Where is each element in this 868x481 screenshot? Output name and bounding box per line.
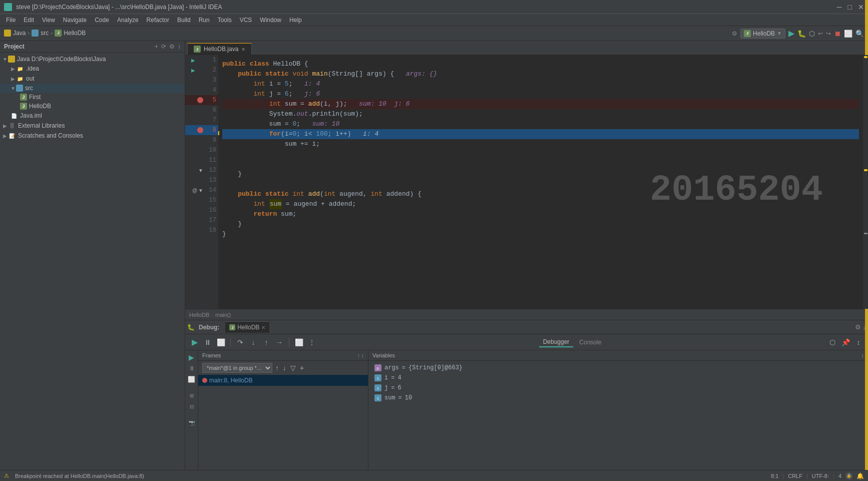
debug-tab-close[interactable]: ✕ (261, 325, 265, 330)
lock-icon[interactable]: 🔒 (845, 472, 852, 479)
menu-code[interactable]: Code (91, 16, 113, 25)
debug-resume-btn[interactable]: ▶ (189, 337, 200, 348)
gutter-row-12: ▼ 12 (185, 165, 218, 175)
subtab-console[interactable]: Console (575, 338, 605, 347)
evaluate-btn[interactable]: ⋮ (306, 337, 317, 348)
sync-icon[interactable]: ⟳ (161, 43, 166, 50)
frame-down-btn[interactable]: ↓ (282, 363, 287, 373)
tree-item-scratches[interactable]: ▶ 📝 Scratches and Consoles (0, 131, 185, 141)
status-line-ending: CRLF (788, 473, 802, 479)
frames-nav-up[interactable]: ↑ (357, 352, 360, 358)
var-sum[interactable]: i sum = 10 (368, 393, 868, 403)
tree-item-out[interactable]: ▶ 📁 out (0, 74, 185, 84)
variables-expand-btn[interactable]: ↕ (861, 352, 864, 358)
tree-item-hellodb[interactable]: J HelloDB (0, 102, 185, 111)
menu-file[interactable]: File (2, 16, 20, 25)
tree-item-java-root[interactable]: ▼ Java D:\Project\CodeBlocks\Java (0, 55, 185, 64)
frame-dot (202, 378, 207, 383)
tree-item-java-iml[interactable]: 📄 Java.iml (0, 111, 185, 121)
editor-tab-hellodb[interactable]: J HelloDB.java ✕ (187, 43, 252, 55)
coverage-button[interactable]: ⬡ (809, 30, 815, 38)
frame-more-btn[interactable]: + (299, 363, 305, 373)
frame-item-main[interactable]: main:8, HelloDB (198, 375, 368, 386)
debug-button[interactable]: 🐛 (797, 30, 806, 38)
debug-label: Debug: (199, 324, 219, 331)
menu-edit[interactable]: Edit (20, 16, 38, 25)
expand-arrow-src: ▼ (10, 85, 16, 91)
tree-item-src[interactable]: ▼ src (0, 84, 185, 93)
run-to-cursor-btn[interactable]: → (274, 337, 285, 348)
restore-layout-btn[interactable]: ⬡ (827, 337, 838, 348)
add-icon[interactable]: + (155, 43, 158, 50)
pause-strip-btn[interactable]: ⏸ (187, 363, 197, 373)
step-over-btn[interactable]: ↷ (235, 337, 246, 348)
var-i[interactable]: i i = 4 (368, 373, 868, 383)
frame-up-btn[interactable]: ↑ (274, 363, 280, 373)
frames-btn[interactable]: ⬜ (293, 337, 304, 348)
threads-strip-btn[interactable]: ⊟ (187, 401, 197, 411)
breadcrumb-src[interactable]: src (41, 30, 49, 37)
run-config-dropdown[interactable]: J HelloDB ▼ (740, 29, 785, 39)
ext-libs-label: External Libraries (18, 122, 65, 129)
back-button[interactable]: ↩ (818, 30, 823, 37)
gutter-row-1: ▶ 1 (185, 55, 218, 65)
run-button[interactable]: ▶ (788, 29, 794, 38)
profile-button[interactable]: ⬜ (844, 30, 852, 38)
menu-analyze[interactable]: Analyze (113, 16, 143, 25)
breakpoint-8[interactable] (197, 127, 203, 133)
frame-filter-btn[interactable]: ▽ (289, 363, 297, 373)
gear-icon[interactable]: ⚙ (169, 43, 175, 50)
menu-run[interactable]: Run (195, 16, 214, 25)
menu-build[interactable]: Build (173, 16, 195, 25)
stop-strip-btn[interactable]: ⬜ (187, 374, 197, 384)
forward-button[interactable]: ↪ (826, 30, 831, 37)
step-into-btn[interactable]: ↓ (248, 337, 259, 348)
menu-vcs[interactable]: VCS (236, 16, 256, 25)
scroll-position[interactable] (864, 233, 867, 234)
tab-close-button[interactable]: ✕ (241, 47, 245, 52)
breadcrumb-java[interactable]: Java (13, 30, 26, 37)
gutter-row-2: ▶ 2 (185, 65, 218, 75)
java-root-label: Java D:\Project\CodeBlocks\Java (17, 56, 106, 63)
code-content[interactable]: public class HelloDB { public static voi… (218, 55, 863, 309)
maximize-button[interactable]: □ (848, 3, 852, 11)
expand-debug-btn[interactable]: ↕ (853, 337, 864, 348)
debug-stop-btn[interactable]: ⬜ (215, 337, 226, 348)
breakpoint-5[interactable] (197, 97, 203, 103)
menu-tools[interactable]: Tools (214, 16, 236, 25)
debug-tab-hellodb[interactable]: J HelloDB ✕ (225, 321, 269, 333)
debug-tab-label: HelloDB (237, 324, 259, 331)
debug-pause-btn[interactable]: ⏸ (202, 337, 213, 348)
code-line-14: public static int add(int augend, int ad… (222, 189, 859, 199)
debug-panel: 🐛 Debug: J HelloDB ✕ ⚙ ↓ (185, 320, 868, 470)
step-out-btn[interactable]: ↑ (261, 337, 272, 348)
notification-icon[interactable]: 🔔 (856, 472, 864, 479)
tree-item-external-libs[interactable]: ▶ 🗄 External Libraries (0, 121, 185, 131)
tree-item-first[interactable]: J First (0, 93, 185, 102)
close-button[interactable]: ✕ (858, 3, 864, 11)
var-args[interactable]: p args = {String[0]@663} (368, 363, 868, 373)
toolbar-btn-build[interactable]: ⚙ (732, 30, 737, 37)
thread-select[interactable]: *main*@1 in group *... (202, 363, 272, 373)
stop-button[interactable]: ⏹ (834, 30, 841, 38)
run-toolbar: ⚙ J HelloDB ▼ ▶ 🐛 ⬡ ↩ ↪ ⏹ ⬜ 🔍 (728, 29, 868, 39)
expand-icon[interactable]: ↕ (178, 43, 181, 50)
more-strip-btn[interactable]: ⊞ (187, 390, 197, 400)
minimize-button[interactable]: ─ (837, 3, 842, 11)
frames-expand-btn[interactable]: ↕ (361, 352, 364, 358)
pin-btn[interactable]: 📌 (840, 337, 851, 348)
menu-refactor[interactable]: Refactor (143, 16, 173, 25)
menu-help[interactable]: Help (285, 16, 306, 25)
code-editor[interactable]: ▶ 1 ▶ 2 (185, 55, 868, 309)
menu-navigate[interactable]: Navigate (59, 16, 91, 25)
subtab-debugger[interactable]: Debugger (539, 337, 574, 347)
var-j[interactable]: i j = 6 (368, 383, 868, 393)
menu-view[interactable]: View (38, 16, 59, 25)
settings-icon[interactable]: ⚙ (855, 323, 861, 331)
search-everywhere-button[interactable]: 🔍 (855, 30, 864, 38)
menu-window[interactable]: Window (256, 16, 285, 25)
resume-strip-btn[interactable]: ▶ (187, 352, 197, 362)
camera-strip-btn[interactable]: 📷 (187, 417, 197, 427)
tree-item-idea[interactable]: ▶ 📁 .idea (0, 64, 185, 74)
breadcrumb-hellodb[interactable]: HelloDB (64, 30, 86, 37)
